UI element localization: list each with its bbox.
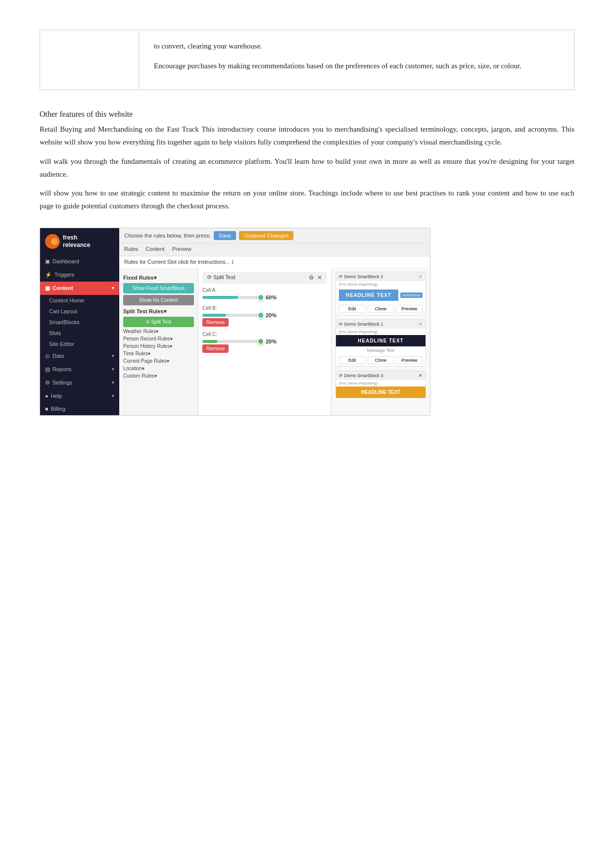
sidebar: fresh relevance ▣ Dashboard ⚡ Triggers ▦… — [40, 228, 119, 415]
sidebar-item-content-home[interactable]: Content Home — [40, 295, 119, 306]
cell-c-slider-thumb[interactable] — [257, 338, 264, 345]
top-bar-label: Choose the rules below, then press: — [124, 233, 211, 239]
weather-rules-link[interactable]: Weather Rules▾ — [123, 329, 194, 334]
cell-b-slider-thumb[interactable] — [257, 312, 264, 319]
sidebar-item-smartblocks[interactable]: SmartBlocks — [40, 317, 119, 328]
cell-c-remove-button[interactable]: Remove — [202, 344, 229, 353]
smartblock-2-message: Message Text — [336, 346, 425, 354]
table-row2-text: Encourage purchases by making recommenda… — [154, 60, 559, 72]
cell-c-slider-track[interactable] — [202, 340, 262, 343]
smartblock-card-3-header: ⟳ Demo Smartblock 3 ✕ — [336, 371, 425, 380]
sidebar-item-dashboard[interactable]: ▣ Dashboard — [40, 255, 119, 268]
unsaved-changes-button[interactable]: Unsaved Changes — [239, 231, 294, 240]
rules-body: Fixed Rules▾ Show Fixed SmartBlock Show … — [119, 268, 430, 415]
smartblock-card-2: ⟳ Demo Smartblock 1 ✕ (For Demo Reportin… — [335, 319, 426, 367]
cell-a-slider-fill — [202, 296, 238, 299]
smartblock-2-clone-button[interactable]: Clone — [368, 356, 394, 364]
location-link[interactable]: Location▾ — [123, 366, 194, 371]
smartblock-3-title: ⟳ Demo Smartblock 3 — [339, 373, 383, 378]
tab-content[interactable]: Content — [145, 246, 165, 253]
cell-c-slider-fill — [202, 340, 217, 343]
content-arrow: ▾ — [112, 286, 114, 290]
smartblock-3-subtitle: (For Demo Reporting) — [336, 380, 425, 386]
smartblock-2-actions: Edit Clone Preview — [336, 354, 425, 366]
time-rules-link[interactable]: Time Rules▾ — [123, 351, 194, 356]
smartblock-3-headline: HEADLINE TEXT — [336, 386, 425, 398]
sidebar-item-triggers[interactable]: ⚡ Triggers — [40, 268, 119, 282]
cell-a-slider-track[interactable] — [202, 296, 262, 299]
cell-c-pct: 20% — [266, 338, 277, 344]
article-subheading: Other features of this website — [40, 110, 574, 119]
smartblock-card-3: ⟳ Demo Smartblock 3 ✕ (For Demo Reportin… — [335, 371, 426, 398]
smartblock-card-1-header: ⟳ Demo Smartblock 2 ✕ — [336, 272, 425, 281]
sidebar-item-billing[interactable]: ■ Billing — [40, 402, 119, 415]
sidebar-item-reports[interactable]: ▤ Reports ▾ — [40, 363, 119, 376]
data-arrow: ▾ — [112, 353, 114, 358]
fixed-rules-title[interactable]: Fixed Rules▾ — [123, 275, 194, 281]
split-test-icons: ⚙ ✕ — [309, 274, 322, 281]
app-screenshot: fresh relevance ▣ Dashboard ⚡ Triggers ▦… — [40, 228, 430, 416]
split-test-panel: ⟳ Split Test ⚙ ✕ Cell A: — [198, 268, 331, 415]
smartblock-1-close[interactable]: ✕ — [419, 274, 423, 279]
smartblock-2-preview-button[interactable]: Preview — [396, 356, 423, 364]
smartblock-1-title: ⟳ Demo Smartblock 2 — [339, 274, 383, 279]
top-bar: Choose the rules below, then press: Save… — [119, 228, 430, 243]
article-section: Other features of this website Retail Bu… — [40, 110, 574, 213]
save-button[interactable]: Save — [214, 231, 236, 240]
person-history-rules-link[interactable]: Person History Rules▾ — [123, 343, 194, 349]
smartblock-1-clone-button[interactable]: Clone — [368, 305, 394, 313]
close-icon-btn[interactable]: ✕ — [317, 274, 322, 281]
tab-bar: Rules Content Preview — [119, 243, 430, 256]
smartblock-3-close[interactable]: ✕ — [419, 373, 423, 378]
current-page-rules-link[interactable]: Current Page Rules▾ — [123, 358, 194, 364]
instructions-link[interactable]: ℹ — [232, 259, 234, 265]
smartblock-2-subtitle: (For Demo Reporting) — [336, 329, 425, 335]
split-test-header: ⟳ Split Test ⚙ ✕ — [202, 272, 327, 284]
sidebar-item-content[interactable]: ▦ Content ▾ — [40, 282, 119, 295]
smartblock-2-edit-button[interactable]: Edit — [339, 356, 366, 364]
custom-rules-link[interactable]: Custom Rules▾ — [123, 373, 194, 379]
split-test-button[interactable]: ⟳ Split Test — [123, 317, 194, 327]
tab-preview[interactable]: Preview — [172, 246, 191, 253]
smartblock-2-close[interactable]: ✕ — [419, 322, 423, 327]
cell-b-pct: 20% — [266, 312, 277, 318]
smartblock-1-preview-button[interactable]: Preview — [396, 305, 423, 313]
sidebar-item-cart-layout[interactable]: Cart Layout — [40, 306, 119, 317]
cell-b-slider-fill — [202, 314, 226, 317]
sidebar-item-site-editor[interactable]: Site Editor — [40, 338, 119, 349]
sidebar-item-settings[interactable]: ⚙ Settings ▾ — [40, 376, 119, 389]
smartblock-2-title: ⟳ Demo Smartblock 1 — [339, 322, 383, 327]
smartblock-1-edit-button[interactable]: Edit — [339, 305, 366, 313]
smartblock-2-headline: HEADLINE TEXT — [336, 335, 425, 346]
show-no-content-button[interactable]: Show No Content — [123, 295, 194, 305]
reports-icon: ▤ — [45, 366, 50, 373]
settings-icon: ⚙ — [45, 380, 50, 386]
sidebar-item-help[interactable]: ● Help ▾ — [40, 389, 119, 402]
smartblock-1-actions: Edit Clone Preview — [336, 303, 425, 315]
settings-icon-btn[interactable]: ⚙ — [309, 274, 314, 281]
table-row1-text: to convert, clearing your warehouse. — [154, 40, 559, 52]
cell-a-slider-thumb[interactable] — [257, 294, 264, 301]
split-test-rules-title[interactable]: Split Test Rules▾ — [123, 308, 194, 315]
rules-header: Rules for Current Slot click for instruc… — [119, 256, 430, 268]
sidebar-item-slots[interactable]: Slots — [40, 328, 119, 338]
cell-b-slider-track[interactable] — [202, 314, 262, 317]
sidebar-item-data[interactable]: ◎ Data ▾ — [40, 349, 119, 363]
cell-c-label: Cell C: — [202, 332, 327, 337]
smartblock-1-badge: Interactive — [400, 292, 423, 298]
rules-panel: Fixed Rules▾ Show Fixed SmartBlock Show … — [119, 268, 198, 415]
logo-text: fresh relevance — [63, 234, 90, 248]
person-record-rules-link[interactable]: Person Record Rules▾ — [123, 336, 194, 341]
table-section: to convert, clearing your warehouse. Enc… — [40, 30, 574, 90]
article-paragraph1: Retail Buying and Merchandising on the F… — [40, 123, 574, 149]
smartblock-1-headline: HEADLINE TEXT — [339, 289, 398, 301]
cell-b-remove-button[interactable]: Remove — [202, 318, 229, 327]
triggers-icon: ⚡ — [45, 272, 52, 278]
reports-arrow: ▾ — [112, 367, 114, 372]
tab-rules[interactable]: Rules — [124, 246, 138, 253]
smartblock-card-1: ⟳ Demo Smartblock 2 ✕ (For Demo Reportin… — [335, 272, 426, 315]
table-left-cell — [40, 30, 139, 90]
cell-b-label: Cell B: — [202, 305, 327, 311]
logo-icon — [45, 234, 60, 249]
show-fixed-smartblock-button[interactable]: Show Fixed SmartBlock — [123, 283, 194, 293]
